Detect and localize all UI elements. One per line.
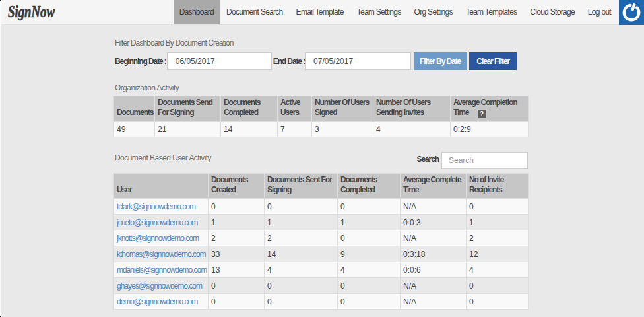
svg-text:SignNow: SignNow xyxy=(8,3,55,20)
